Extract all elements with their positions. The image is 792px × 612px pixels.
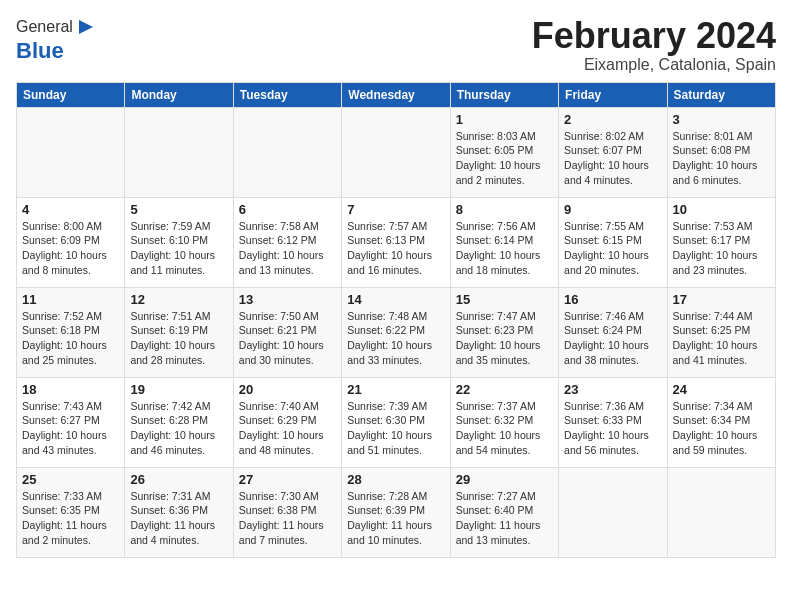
day-info: Sunrise: 8:01 AM Sunset: 6:08 PM Dayligh… [673, 129, 770, 188]
calendar-day-cell: 9Sunrise: 7:55 AM Sunset: 6:15 PM Daylig… [559, 197, 667, 287]
day-number: 20 [239, 382, 336, 397]
month-title: February 2024 [532, 16, 776, 56]
calendar-week-row: 1Sunrise: 8:03 AM Sunset: 6:05 PM Daylig… [17, 107, 776, 197]
calendar-day-cell: 18Sunrise: 7:43 AM Sunset: 6:27 PM Dayli… [17, 377, 125, 467]
day-number: 21 [347, 382, 444, 397]
day-info: Sunrise: 7:30 AM Sunset: 6:38 PM Dayligh… [239, 489, 336, 548]
day-number: 11 [22, 292, 119, 307]
calendar-day-cell: 25Sunrise: 7:33 AM Sunset: 6:35 PM Dayli… [17, 467, 125, 557]
day-info: Sunrise: 7:31 AM Sunset: 6:36 PM Dayligh… [130, 489, 227, 548]
calendar-day-cell: 13Sunrise: 7:50 AM Sunset: 6:21 PM Dayli… [233, 287, 341, 377]
day-number: 7 [347, 202, 444, 217]
day-info: Sunrise: 7:36 AM Sunset: 6:33 PM Dayligh… [564, 399, 661, 458]
calendar-day-cell: 23Sunrise: 7:36 AM Sunset: 6:33 PM Dayli… [559, 377, 667, 467]
day-info: Sunrise: 7:57 AM Sunset: 6:13 PM Dayligh… [347, 219, 444, 278]
header: General Blue February 2024 Eixample, Cat… [16, 16, 776, 74]
day-number: 26 [130, 472, 227, 487]
calendar-day-cell: 27Sunrise: 7:30 AM Sunset: 6:38 PM Dayli… [233, 467, 341, 557]
calendar-day-cell [125, 107, 233, 197]
calendar-day-cell: 6Sunrise: 7:58 AM Sunset: 6:12 PM Daylig… [233, 197, 341, 287]
day-number: 24 [673, 382, 770, 397]
day-number: 9 [564, 202, 661, 217]
calendar-day-cell: 8Sunrise: 7:56 AM Sunset: 6:14 PM Daylig… [450, 197, 558, 287]
calendar-day-cell: 3Sunrise: 8:01 AM Sunset: 6:08 PM Daylig… [667, 107, 775, 197]
title-area: February 2024 Eixample, Catalonia, Spain [532, 16, 776, 74]
calendar-day-cell: 7Sunrise: 7:57 AM Sunset: 6:13 PM Daylig… [342, 197, 450, 287]
day-number: 5 [130, 202, 227, 217]
weekday-header-cell: Saturday [667, 82, 775, 107]
calendar-day-cell: 28Sunrise: 7:28 AM Sunset: 6:39 PM Dayli… [342, 467, 450, 557]
day-info: Sunrise: 7:42 AM Sunset: 6:28 PM Dayligh… [130, 399, 227, 458]
calendar-day-cell: 1Sunrise: 8:03 AM Sunset: 6:05 PM Daylig… [450, 107, 558, 197]
day-number: 1 [456, 112, 553, 127]
location-title: Eixample, Catalonia, Spain [532, 56, 776, 74]
day-number: 4 [22, 202, 119, 217]
day-number: 18 [22, 382, 119, 397]
weekday-header-cell: Tuesday [233, 82, 341, 107]
day-number: 8 [456, 202, 553, 217]
day-info: Sunrise: 7:59 AM Sunset: 6:10 PM Dayligh… [130, 219, 227, 278]
calendar-day-cell: 29Sunrise: 7:27 AM Sunset: 6:40 PM Dayli… [450, 467, 558, 557]
calendar-day-cell: 12Sunrise: 7:51 AM Sunset: 6:19 PM Dayli… [125, 287, 233, 377]
day-info: Sunrise: 7:40 AM Sunset: 6:29 PM Dayligh… [239, 399, 336, 458]
calendar-day-cell: 21Sunrise: 7:39 AM Sunset: 6:30 PM Dayli… [342, 377, 450, 467]
logo: General Blue [16, 16, 97, 64]
day-info: Sunrise: 7:33 AM Sunset: 6:35 PM Dayligh… [22, 489, 119, 548]
calendar-table: SundayMondayTuesdayWednesdayThursdayFrid… [16, 82, 776, 558]
calendar-day-cell: 11Sunrise: 7:52 AM Sunset: 6:18 PM Dayli… [17, 287, 125, 377]
day-number: 27 [239, 472, 336, 487]
calendar-day-cell [667, 467, 775, 557]
day-number: 15 [456, 292, 553, 307]
day-number: 13 [239, 292, 336, 307]
calendar-body: 1Sunrise: 8:03 AM Sunset: 6:05 PM Daylig… [17, 107, 776, 557]
calendar-day-cell [17, 107, 125, 197]
day-number: 29 [456, 472, 553, 487]
calendar-week-row: 25Sunrise: 7:33 AM Sunset: 6:35 PM Dayli… [17, 467, 776, 557]
svg-marker-0 [79, 20, 93, 34]
day-number: 16 [564, 292, 661, 307]
day-number: 10 [673, 202, 770, 217]
weekday-header-cell: Sunday [17, 82, 125, 107]
day-info: Sunrise: 7:28 AM Sunset: 6:39 PM Dayligh… [347, 489, 444, 548]
day-info: Sunrise: 8:02 AM Sunset: 6:07 PM Dayligh… [564, 129, 661, 188]
day-info: Sunrise: 7:39 AM Sunset: 6:30 PM Dayligh… [347, 399, 444, 458]
day-number: 17 [673, 292, 770, 307]
calendar-day-cell: 14Sunrise: 7:48 AM Sunset: 6:22 PM Dayli… [342, 287, 450, 377]
calendar-day-cell: 26Sunrise: 7:31 AM Sunset: 6:36 PM Dayli… [125, 467, 233, 557]
day-info: Sunrise: 8:03 AM Sunset: 6:05 PM Dayligh… [456, 129, 553, 188]
day-info: Sunrise: 7:37 AM Sunset: 6:32 PM Dayligh… [456, 399, 553, 458]
calendar-week-row: 11Sunrise: 7:52 AM Sunset: 6:18 PM Dayli… [17, 287, 776, 377]
day-info: Sunrise: 7:44 AM Sunset: 6:25 PM Dayligh… [673, 309, 770, 368]
weekday-header-cell: Monday [125, 82, 233, 107]
logo-general-text: General [16, 18, 73, 36]
day-number: 3 [673, 112, 770, 127]
day-number: 23 [564, 382, 661, 397]
calendar-day-cell: 2Sunrise: 8:02 AM Sunset: 6:07 PM Daylig… [559, 107, 667, 197]
weekday-header-cell: Thursday [450, 82, 558, 107]
day-number: 19 [130, 382, 227, 397]
day-number: 28 [347, 472, 444, 487]
day-info: Sunrise: 7:58 AM Sunset: 6:12 PM Dayligh… [239, 219, 336, 278]
calendar-day-cell [342, 107, 450, 197]
day-number: 12 [130, 292, 227, 307]
day-info: Sunrise: 7:27 AM Sunset: 6:40 PM Dayligh… [456, 489, 553, 548]
calendar-day-cell: 15Sunrise: 7:47 AM Sunset: 6:23 PM Dayli… [450, 287, 558, 377]
day-info: Sunrise: 7:47 AM Sunset: 6:23 PM Dayligh… [456, 309, 553, 368]
calendar-day-cell: 19Sunrise: 7:42 AM Sunset: 6:28 PM Dayli… [125, 377, 233, 467]
day-info: Sunrise: 7:53 AM Sunset: 6:17 PM Dayligh… [673, 219, 770, 278]
calendar-day-cell: 20Sunrise: 7:40 AM Sunset: 6:29 PM Dayli… [233, 377, 341, 467]
calendar-day-cell: 5Sunrise: 7:59 AM Sunset: 6:10 PM Daylig… [125, 197, 233, 287]
calendar-day-cell: 16Sunrise: 7:46 AM Sunset: 6:24 PM Dayli… [559, 287, 667, 377]
day-number: 2 [564, 112, 661, 127]
calendar-day-cell: 22Sunrise: 7:37 AM Sunset: 6:32 PM Dayli… [450, 377, 558, 467]
day-info: Sunrise: 7:48 AM Sunset: 6:22 PM Dayligh… [347, 309, 444, 368]
day-info: Sunrise: 7:50 AM Sunset: 6:21 PM Dayligh… [239, 309, 336, 368]
day-info: Sunrise: 7:51 AM Sunset: 6:19 PM Dayligh… [130, 309, 227, 368]
weekday-header-row: SundayMondayTuesdayWednesdayThursdayFrid… [17, 82, 776, 107]
day-number: 6 [239, 202, 336, 217]
calendar-week-row: 4Sunrise: 8:00 AM Sunset: 6:09 PM Daylig… [17, 197, 776, 287]
day-info: Sunrise: 7:34 AM Sunset: 6:34 PM Dayligh… [673, 399, 770, 458]
day-number: 22 [456, 382, 553, 397]
calendar-day-cell [233, 107, 341, 197]
logo-blue-text: Blue [16, 38, 64, 63]
